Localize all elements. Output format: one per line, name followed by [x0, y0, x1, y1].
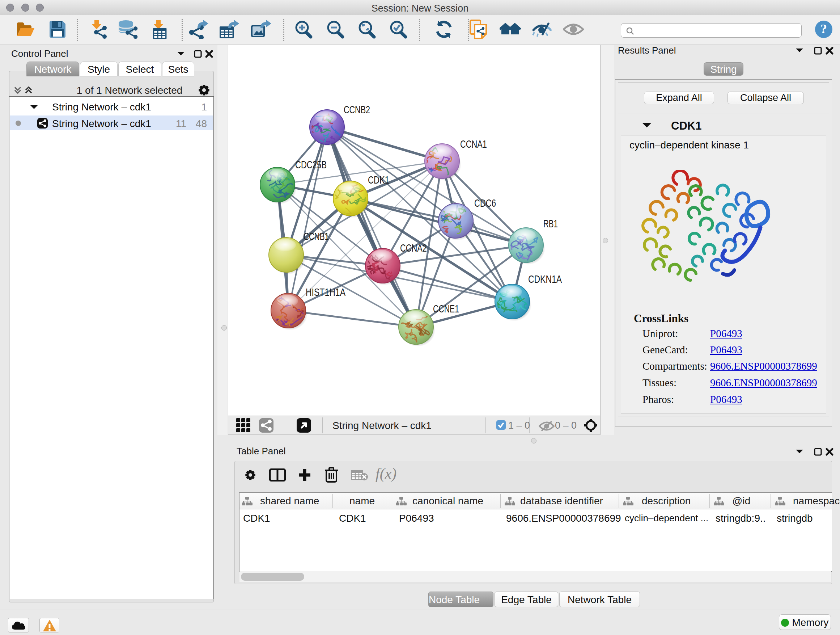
svg-text:CCNB1: CCNB1 — [303, 231, 329, 242]
svg-text:CCNA2: CCNA2 — [400, 242, 427, 254]
svg-text:CCNA1: CCNA1 — [460, 138, 487, 150]
svg-text:RB1: RB1 — [543, 218, 558, 230]
svg-text:?: ? — [821, 22, 827, 36]
svg-text:CCNB2: CCNB2 — [344, 104, 370, 116]
svg-text:CDC6: CDC6 — [474, 197, 496, 209]
svg-text:CDK1: CDK1 — [368, 174, 389, 186]
svg-text:CCNE1: CCNE1 — [433, 303, 459, 315]
svg-text:CDKN1A: CDKN1A — [528, 273, 562, 285]
svg-text:CDC25B: CDC25B — [295, 159, 327, 171]
svg-text:HIST1H1A: HIST1H1A — [306, 287, 346, 298]
